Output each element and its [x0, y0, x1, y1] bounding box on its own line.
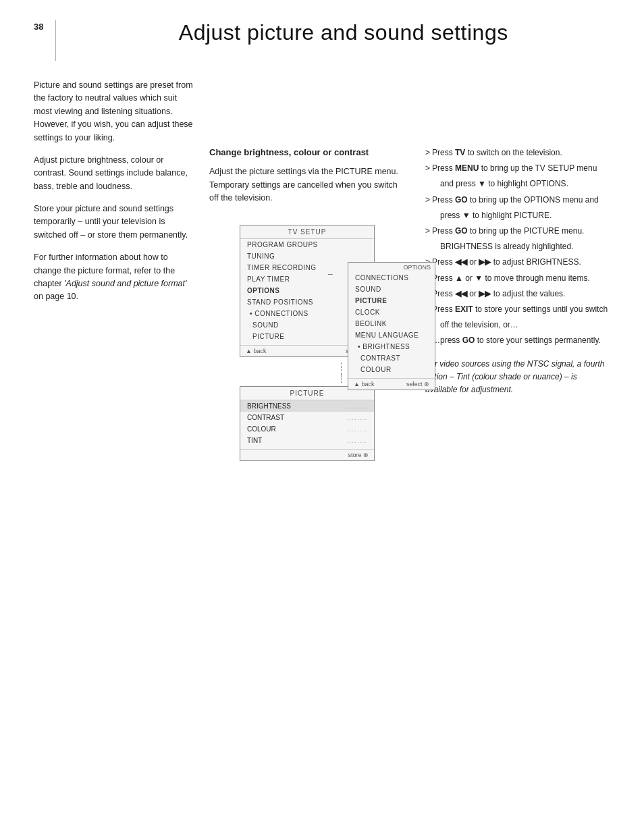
- contrast-value: ........: [347, 414, 367, 421]
- page-number: 38: [34, 20, 43, 32]
- opt-beolink: BEOLINK: [348, 318, 435, 329]
- picture-row-contrast: CONTRAST ........: [240, 412, 374, 423]
- section-heading-area: Change brightness, colour or contrast Ad…: [209, 146, 405, 225]
- tv-setup-title: TV SETUP: [240, 225, 374, 239]
- menu-item-tuning: TUNING: [240, 250, 374, 262]
- opt-contrast: CONTRAST: [348, 352, 435, 364]
- key-go-1: GO: [455, 195, 468, 205]
- instruction-list: Press TV to switch on the television. Pr…: [425, 146, 610, 347]
- picture-menu: PICTURE BRIGHTNESS ........ CONTRAST ...…: [240, 386, 375, 461]
- left-para-1: Picture and sound settings are preset fr…: [34, 79, 196, 144]
- left-para-3: Store your picture and sound settings te…: [34, 203, 196, 242]
- picture-row-brightness: BRIGHTNESS ........: [240, 400, 374, 412]
- brightness-label: BRIGHTNESS: [247, 402, 291, 410]
- instr-3: Press GO to bring up the OPTIONS menu an…: [425, 194, 610, 207]
- opt-colour: COLOUR: [348, 364, 435, 375]
- options-submenu-label: OPTIONS: [403, 264, 431, 271]
- instr-5: Press ◀◀ or ▶▶ to adjust BRIGHTNESS.: [425, 256, 610, 269]
- instr-8b: off the television, or…: [425, 319, 610, 331]
- key-rr-2: ◀◀: [455, 289, 467, 298]
- instr-4: Press GO to bring up the PICTURE menu.: [425, 225, 610, 238]
- opt-sound: SOUND: [348, 284, 435, 295]
- tint-value: ........: [347, 437, 367, 444]
- key-exit: EXIT: [455, 304, 473, 314]
- options-submenu-header: OPTIONS: [348, 263, 435, 272]
- options-submenu-footer: ▲ back select ⊛: [348, 378, 435, 390]
- instr-4b: BRIGHTNESS is already highlighted.: [425, 240, 610, 253]
- page-title: Adjust picture and sound settings: [76, 20, 610, 45]
- title-section: Adjust picture and sound settings: [56, 20, 610, 45]
- content-area: Picture and sound settings are preset fr…: [34, 79, 610, 461]
- key-go-2: GO: [455, 226, 468, 236]
- opt-picture: PICTURE: [348, 295, 435, 306]
- left-para-2: Adjust picture brightness, colour or con…: [34, 154, 196, 193]
- italic-note: For video sources using the NTSC signal,…: [425, 358, 610, 396]
- dashed-connector-2: [341, 375, 342, 383]
- left-para-4: For further information about how to cha…: [34, 251, 196, 304]
- key-ff-1: ▶▶: [479, 257, 491, 267]
- tv-setup-menu-wrapper: TV SETUP PROGRAM GROUPS TUNING TIMER REC…: [240, 225, 375, 357]
- options-label: OPTIONS: [247, 287, 280, 294]
- right-column: Press TV to switch on the television. Pr…: [405, 79, 610, 461]
- instr-2: Press MENU to bring up the TV SETUP menu: [425, 162, 610, 175]
- instr-3b: press ▼ to highlight PICTURE.: [425, 209, 610, 222]
- instr-9: …press GO to store your settings permane…: [425, 334, 610, 347]
- tv-setup-back: ▲ back: [246, 348, 266, 354]
- dashed-connector-1: [341, 363, 342, 375]
- top-bar: 38 Adjust picture and sound settings: [34, 20, 610, 72]
- options-submenu: OPTIONS CONNECTIONS SOUND PICTURE CLOCK …: [348, 262, 435, 390]
- instr-7: Press ◀◀ or ▶▶ to adjust the values.: [425, 288, 610, 300]
- colour-value: ........: [347, 425, 367, 433]
- key-rr-1: ◀◀: [455, 257, 467, 267]
- left-column: Picture and sound settings are preset fr…: [34, 79, 209, 461]
- section-heading: Change brightness, colour or contrast: [209, 146, 405, 159]
- page-container: 38 Adjust picture and sound settings Pic…: [0, 0, 644, 827]
- menu-item-program: PROGRAM GROUPS: [240, 239, 374, 250]
- instr-1: Press TV to switch on the television.: [425, 146, 610, 159]
- picture-row-tint: TINT ........: [240, 435, 374, 446]
- opt-menu-lang: MENU LANGUAGE: [348, 329, 435, 341]
- picture-store: store ⊛: [348, 452, 369, 458]
- key-tv: TV: [455, 148, 465, 157]
- instr-8: Press EXIT to store your settings until …: [425, 303, 610, 316]
- key-ff-2: ▶▶: [479, 289, 491, 298]
- key-go-3: GO: [462, 336, 475, 345]
- colour-label: COLOUR: [247, 425, 276, 433]
- opt-connections: CONNECTIONS: [348, 272, 435, 284]
- connector-dots: ·············: [327, 271, 332, 277]
- key-menu: MENU: [455, 163, 479, 173]
- opt-clock: CLOCK: [348, 306, 435, 318]
- instr-6: Press ▲ or ▼ to move through menu items.: [425, 272, 610, 285]
- contrast-label: CONTRAST: [247, 414, 284, 421]
- opt-back: ▲ back: [354, 381, 374, 388]
- instr-2b: and press ▼ to highlight OPTIONS.: [425, 178, 610, 190]
- picture-footer: store ⊛: [240, 449, 374, 460]
- picture-row-colour: COLOUR ........: [240, 423, 374, 435]
- center-column: Change brightness, colour or contrast Ad…: [209, 79, 405, 461]
- opt-brightness-bullet: BRIGHTNESS: [348, 341, 435, 352]
- brightness-value: ........: [347, 402, 367, 410]
- section-intro: Adjust the picture settings via the PICT…: [209, 165, 405, 205]
- tint-label: TINT: [247, 437, 262, 444]
- opt-select: select ⊛: [406, 381, 429, 388]
